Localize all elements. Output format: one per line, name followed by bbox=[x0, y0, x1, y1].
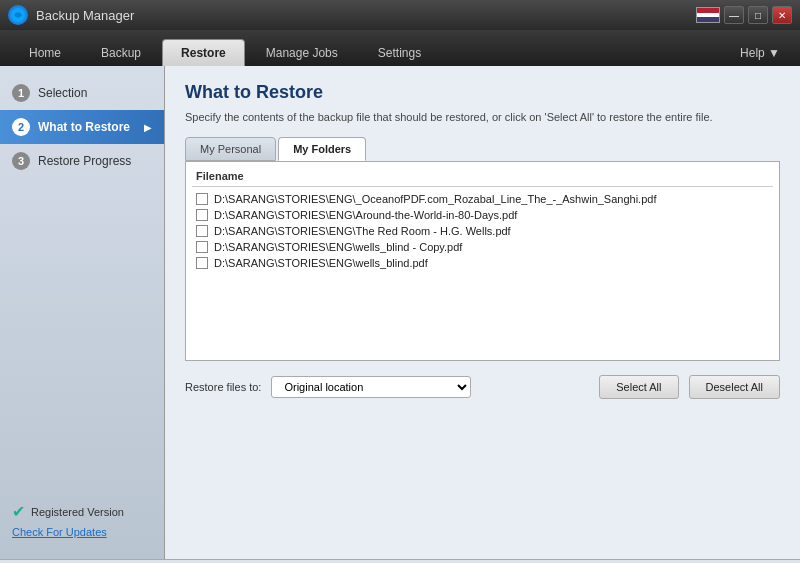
close-button[interactable]: ✕ bbox=[772, 6, 792, 24]
nav-bar: Home Backup Restore Manage Jobs Settings… bbox=[0, 30, 800, 66]
sidebar-label-restore-progress: Restore Progress bbox=[38, 154, 131, 168]
main-layout: 1 Selection 2 What to Restore ▶ 3 Restor… bbox=[0, 66, 800, 559]
tab-my-folders[interactable]: My Folders bbox=[278, 137, 366, 161]
file-checkbox-1[interactable] bbox=[196, 209, 208, 221]
nav-tab-backup[interactable]: Backup bbox=[82, 39, 160, 66]
sidebar-label-selection: Selection bbox=[38, 86, 87, 100]
content-area: What to Restore Specify the contents of … bbox=[165, 66, 800, 559]
file-item-0[interactable]: D:\SARANG\STORIES\ENG\_OceanofPDF.com_Ro… bbox=[192, 191, 773, 207]
title-bar-controls: — □ ✕ bbox=[696, 6, 792, 24]
bottom-bar: Previous Next bbox=[0, 559, 800, 563]
tab-my-personal[interactable]: My Personal bbox=[185, 137, 276, 161]
file-name-1: D:\SARANG\STORIES\ENG\Around-the-World-i… bbox=[214, 209, 517, 221]
restore-location-select[interactable]: Original location bbox=[271, 376, 471, 398]
app-title: Backup Manager bbox=[36, 8, 134, 23]
file-list-header: Filename bbox=[192, 168, 773, 187]
nav-tab-manage-jobs[interactable]: Manage Jobs bbox=[247, 39, 357, 66]
title-bar-left: Backup Manager bbox=[8, 5, 134, 25]
file-list-box: Filename D:\SARANG\STORIES\ENG\_OceanofP… bbox=[185, 161, 780, 361]
check-updates-link[interactable]: Check For Updates bbox=[12, 526, 107, 538]
restore-row: Restore files to: Original location Sele… bbox=[185, 375, 780, 399]
file-item-2[interactable]: D:\SARANG\STORIES\ENG\The Red Room - H.G… bbox=[192, 223, 773, 239]
sidebar-footer: ✔ Registered Version Check For Updates bbox=[0, 492, 164, 549]
file-checkbox-4[interactable] bbox=[196, 257, 208, 269]
sidebar-num-1: 1 bbox=[12, 84, 30, 102]
file-item-1[interactable]: D:\SARANG\STORIES\ENG\Around-the-World-i… bbox=[192, 207, 773, 223]
sidebar-item-restore-progress[interactable]: 3 Restore Progress bbox=[0, 144, 164, 178]
nav-tab-restore[interactable]: Restore bbox=[162, 39, 245, 66]
restore-files-to-label: Restore files to: bbox=[185, 381, 261, 393]
maximize-button[interactable]: □ bbox=[748, 6, 768, 24]
file-name-0: D:\SARANG\STORIES\ENG\_OceanofPDF.com_Ro… bbox=[214, 193, 656, 205]
page-description: Specify the contents of the backup file … bbox=[185, 111, 780, 123]
registered-row: ✔ Registered Version bbox=[12, 502, 152, 521]
nav-tab-settings[interactable]: Settings bbox=[359, 39, 440, 66]
app-icon bbox=[8, 5, 28, 25]
file-tabs-row: My Personal My Folders bbox=[185, 137, 780, 161]
file-checkbox-0[interactable] bbox=[196, 193, 208, 205]
file-checkbox-3[interactable] bbox=[196, 241, 208, 253]
title-bar: Backup Manager — □ ✕ bbox=[0, 0, 800, 30]
sidebar: 1 Selection 2 What to Restore ▶ 3 Restor… bbox=[0, 66, 165, 559]
sidebar-item-selection[interactable]: 1 Selection bbox=[0, 76, 164, 110]
file-item-3[interactable]: D:\SARANG\STORIES\ENG\wells_blind - Copy… bbox=[192, 239, 773, 255]
nav-tab-home[interactable]: Home bbox=[10, 39, 80, 66]
select-all-button[interactable]: Select All bbox=[599, 375, 678, 399]
file-item-4[interactable]: D:\SARANG\STORIES\ENG\wells_blind.pdf bbox=[192, 255, 773, 271]
file-name-4: D:\SARANG\STORIES\ENG\wells_blind.pdf bbox=[214, 257, 428, 269]
page-title: What to Restore bbox=[185, 82, 780, 103]
file-name-2: D:\SARANG\STORIES\ENG\The Red Room - H.G… bbox=[214, 225, 511, 237]
deselect-all-button[interactable]: Deselect All bbox=[689, 375, 780, 399]
registered-label: Registered Version bbox=[31, 506, 124, 518]
sidebar-label-what-to-restore: What to Restore bbox=[38, 120, 130, 134]
help-menu[interactable]: Help ▼ bbox=[730, 40, 790, 66]
file-checkbox-2[interactable] bbox=[196, 225, 208, 237]
minimize-button[interactable]: — bbox=[724, 6, 744, 24]
sidebar-item-what-to-restore[interactable]: 2 What to Restore ▶ bbox=[0, 110, 164, 144]
sidebar-arrow-icon: ▶ bbox=[144, 122, 152, 133]
sidebar-num-2: 2 bbox=[12, 118, 30, 136]
sidebar-num-3: 3 bbox=[12, 152, 30, 170]
registered-check-icon: ✔ bbox=[12, 502, 25, 521]
flag-icon bbox=[696, 7, 720, 23]
file-name-3: D:\SARANG\STORIES\ENG\wells_blind - Copy… bbox=[214, 241, 462, 253]
